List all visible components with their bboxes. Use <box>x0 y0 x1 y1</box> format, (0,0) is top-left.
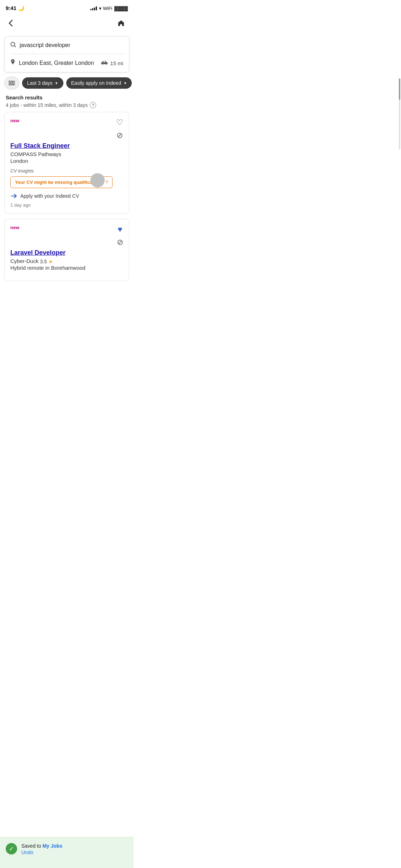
job-title-2[interactable]: Laravel Developer <box>10 249 123 257</box>
svg-point-4 <box>10 81 11 82</box>
cv-insights-label: CV insights <box>10 168 123 174</box>
cv-warning-text: Your CV might be missing qualifications <box>15 180 103 185</box>
location-left: London East, Greater London <box>10 59 94 67</box>
filter-row: Last 3 days ▼ Easily apply on Indeed ▼ <box>0 77 134 94</box>
time-text: 9:41 <box>6 5 16 11</box>
card-header-2: new ♥ ⊘ <box>10 225 123 247</box>
battery-icon: ▓▓▓▓ <box>114 6 128 11</box>
company-rating-row: Cyber-Duck 3.5 ★ <box>10 258 123 265</box>
svg-point-6 <box>10 84 11 86</box>
moon-icon: 🌙 <box>18 5 25 11</box>
info-icon[interactable]: ? <box>90 102 96 108</box>
search-row[interactable]: javascript developer <box>5 37 129 54</box>
distance-info: 15 mi <box>101 60 123 66</box>
results-title: Search results <box>6 94 128 100</box>
new-badge-1: new <box>10 118 19 123</box>
hide-job-button-2[interactable]: ⊘ <box>117 238 123 247</box>
distance-text: 15 mi <box>110 60 123 66</box>
apply-arrow-icon <box>10 192 17 200</box>
job-title-1[interactable]: Full Stack Engineer <box>10 142 123 150</box>
wifi-icon: ▾ WiFi <box>99 6 112 11</box>
job-location-2: Hybrid remote in Borehamwood <box>10 265 123 271</box>
date-filter-arrow-icon: ▼ <box>55 81 58 85</box>
rating-number: 3.5 <box>40 259 47 264</box>
company-name-2: Cyber-Duck <box>10 258 38 264</box>
cv-warning-question-icon[interactable]: ? <box>105 180 108 185</box>
results-count: 4 jobs - within 15 miles, within 3 days <box>6 102 88 108</box>
location-text: London East, Greater London <box>19 60 94 66</box>
search-query: javascript developer <box>20 42 70 48</box>
status-time: 9:41 🌙 <box>6 5 25 11</box>
date-filter-label: Last 3 days <box>27 80 53 86</box>
card-header-1: new ♡ ⊘ <box>10 118 123 140</box>
search-container: javascript developer London East, Greate… <box>4 36 129 72</box>
car-icon <box>101 60 108 66</box>
results-subtitle: 4 jobs - within 15 miles, within 3 days … <box>6 102 128 108</box>
card-actions-1: ♡ ⊘ <box>116 118 123 140</box>
company-name-1: COMPASS Pathways <box>10 151 123 157</box>
save-job-button-2[interactable]: ♥ <box>118 225 122 234</box>
search-icon <box>10 42 16 49</box>
home-button[interactable] <box>116 18 126 31</box>
location-row[interactable]: London East, Greater London 15 mi <box>5 54 129 72</box>
job-location-1: London <box>10 158 123 164</box>
job-card-2: new ♥ ⊘ Laravel Developer Cyber-Duck 3.5… <box>4 219 129 281</box>
signal-icon <box>90 6 97 10</box>
new-badge-2: new <box>10 225 19 230</box>
location-pin-icon <box>10 59 15 67</box>
save-job-button-1[interactable]: ♡ <box>116 118 123 127</box>
job-card-1: new ♡ ⊘ Full Stack Engineer COMPASS Path… <box>4 112 129 214</box>
easy-apply-filter-chip[interactable]: Easily apply on Indeed ▼ <box>66 77 132 89</box>
company-logo-1 <box>90 173 105 187</box>
rating-star-icon: ★ <box>48 259 53 264</box>
back-button[interactable] <box>7 18 14 30</box>
apply-row-1: Apply with your Indeed CV <box>10 192 123 200</box>
easy-apply-filter-label: Easily apply on Indeed <box>71 80 121 86</box>
time-ago-1: 1 day ago <box>10 202 123 208</box>
hide-job-button-1[interactable]: ⊘ <box>116 131 123 140</box>
status-bar: 9:41 🌙 ▾ WiFi ▓▓▓▓ <box>0 0 134 14</box>
status-icons: ▾ WiFi ▓▓▓▓ <box>90 6 128 11</box>
results-info: Search results 4 jobs - within 15 miles,… <box>0 94 134 112</box>
apply-text-1[interactable]: Apply with your Indeed CV <box>20 193 79 199</box>
easy-apply-arrow-icon: ▼ <box>123 81 127 85</box>
nav-bar <box>0 14 134 36</box>
filter-toggle-button[interactable] <box>4 77 19 89</box>
svg-point-5 <box>12 82 14 84</box>
card-actions-2: ♥ ⊘ <box>117 225 123 247</box>
date-filter-chip[interactable]: Last 3 days ▼ <box>22 77 63 89</box>
